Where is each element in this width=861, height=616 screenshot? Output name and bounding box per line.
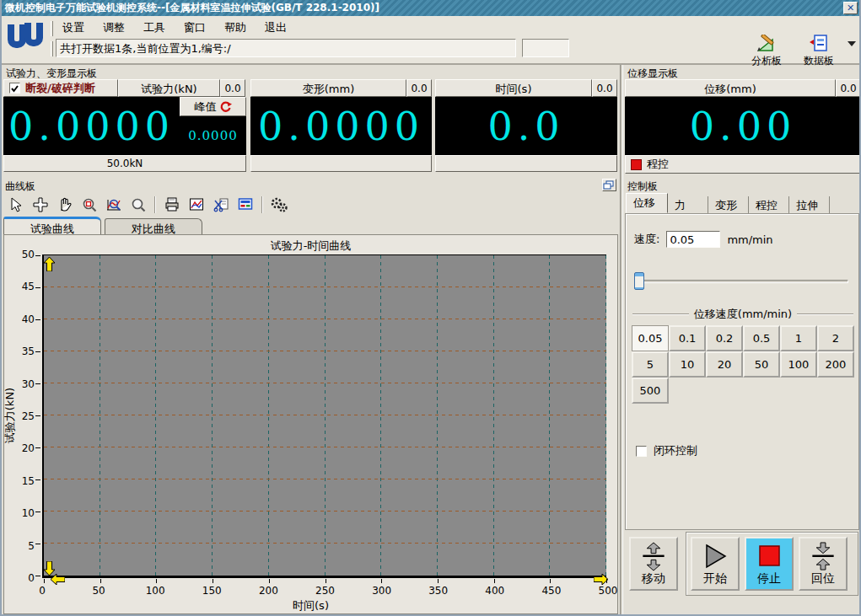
chart-plot-area[interactable] <box>42 254 606 578</box>
speed-preset-button[interactable]: 5 <box>632 351 669 378</box>
program-control-indicator-icon <box>631 159 642 170</box>
speed-preset-button[interactable]: 0.1 <box>669 325 706 351</box>
move-tool-button[interactable] <box>30 195 51 215</box>
gridline-x-400 <box>493 255 494 576</box>
speed-preset-button[interactable]: 20 <box>706 351 743 378</box>
speed-preset-grid: 0.050.10.20.5125102050100200500 <box>632 325 856 404</box>
x-axis-min-arrow-icon[interactable] <box>51 574 65 585</box>
speed-preset-button[interactable]: 0.2 <box>706 325 743 351</box>
zoom-curve-tool-button[interactable] <box>103 195 125 215</box>
break-detect-row[interactable]: 断裂/破碎判断 <box>3 79 118 97</box>
displacement-display-panel: 位移显示板 位移(mm) 0.0 0.00 程控 <box>623 65 861 178</box>
display-settings-button[interactable] <box>234 195 256 215</box>
closed-loop-checkbox[interactable] <box>636 446 647 457</box>
zoom-box-tool-button[interactable] <box>78 195 100 215</box>
speed-preset-button[interactable]: 2 <box>817 325 854 351</box>
speed-preset-button[interactable]: 100 <box>780 351 817 378</box>
time-lcd-value: 0.0 <box>435 97 617 155</box>
maximize-panel-button[interactable] <box>602 179 616 191</box>
menu-item-2[interactable]: 工具 <box>138 19 170 36</box>
curve-tab-1[interactable]: 对比曲线 <box>105 218 202 234</box>
tick-x-400 <box>494 579 495 583</box>
gridline-x-250 <box>325 255 326 576</box>
menu-item-4[interactable]: 帮助 <box>219 19 251 36</box>
stop-button[interactable]: 停止 <box>745 537 794 591</box>
toolbar-separator <box>261 196 263 213</box>
control-tab-1[interactable]: 力 <box>668 196 708 213</box>
toolbar-overflow-chevron-icon[interactable] <box>848 41 856 46</box>
break-detect-checkbox[interactable] <box>9 83 20 94</box>
control-tabs: 位移力变形程控拉伸 <box>626 193 830 213</box>
tick-label-x-250: 250 <box>315 585 335 597</box>
tick-label-y-50: 50 <box>22 249 35 260</box>
speed-preset-button[interactable]: 0.05 <box>632 325 669 351</box>
move-arrows-icon <box>639 542 668 571</box>
zoom-out-tool-button[interactable] <box>127 195 149 215</box>
peak-lcd-value: 0.0000 <box>180 116 246 155</box>
printer-icon <box>164 197 180 212</box>
force-range-label: 50.0kN <box>3 155 246 172</box>
menu-grip <box>51 21 53 36</box>
menu-item-0[interactable]: 设置 <box>57 19 89 36</box>
curve-settings-button[interactable] <box>186 195 207 215</box>
speed-preset-button[interactable]: 0.5 <box>743 325 780 351</box>
analysis-panel-button[interactable]: 分析板 <box>745 35 788 68</box>
time-aux-value: 0.0 <box>592 79 617 97</box>
gridline-y-30 <box>44 383 606 383</box>
gridline-x-450 <box>549 255 550 576</box>
pointer-tool-button[interactable] <box>5 195 27 215</box>
move-button[interactable]: 移动 <box>629 537 678 591</box>
control-tab-4[interactable]: 拉伸 <box>789 196 830 213</box>
gridline-y-40 <box>44 319 606 319</box>
data-cut-button[interactable] <box>210 195 232 215</box>
curve-tab-0[interactable]: 试验曲线 <box>3 217 101 234</box>
gridline-y-15 <box>44 479 606 479</box>
status-field: 共打开数据1条,当前位置为1,编号:/ <box>56 39 516 57</box>
speed-preset-button[interactable]: 200 <box>817 351 854 378</box>
speed-input[interactable] <box>666 231 720 248</box>
gridline-y-20 <box>44 447 606 447</box>
control-tab-3[interactable]: 程控 <box>749 196 789 213</box>
peak-button[interactable]: 峰值 <box>180 97 246 116</box>
toolbar-right: 分析板 数据板 <box>745 35 841 68</box>
speed-slider-thumb[interactable] <box>634 272 644 290</box>
menu-item-3[interactable]: 窗口 <box>179 19 211 36</box>
gridline-x-150 <box>212 255 213 576</box>
data-panel-icon <box>808 35 830 53</box>
menu-bar: 设置调整工具窗口帮助退出 <box>57 19 292 36</box>
control-tab-0[interactable]: 位移 <box>626 193 668 213</box>
close-button[interactable]: ✕ <box>843 2 858 14</box>
speed-preset-button[interactable]: 10 <box>669 351 706 378</box>
displacement-control-group: 速度: mm/min 位移速度(mm/min) 0.050.10.20.5125… <box>625 213 859 530</box>
curve-tabs: 试验曲线对比曲线 <box>3 217 206 234</box>
peak-label: 峰值 <box>195 99 217 115</box>
tick-x-350 <box>438 579 439 583</box>
displacement-lcd-value: 0.00 <box>625 97 861 155</box>
curve-panel-title: 曲线板 <box>5 179 35 194</box>
tick-label-y-25: 25 <box>22 410 35 422</box>
x-axis-tick-labels: 050100150200250300350400450500 <box>42 585 608 597</box>
maximize-icon <box>603 180 614 190</box>
brand-logo-icon <box>6 19 48 60</box>
pan-tool-button[interactable] <box>54 195 76 215</box>
speed-preset-button[interactable]: 500 <box>632 378 669 404</box>
control-tab-2[interactable]: 变形 <box>708 196 749 213</box>
zoom-curve-icon <box>106 197 121 212</box>
move-cross-icon <box>33 197 48 212</box>
tick-label-y-5: 5 <box>28 540 35 552</box>
system-settings-button[interactable] <box>268 195 290 215</box>
closed-loop-row[interactable]: 闭环控制 <box>636 443 697 458</box>
print-button[interactable] <box>161 195 183 215</box>
y-axis-max-arrow-icon[interactable] <box>44 257 55 271</box>
menu-item-1[interactable]: 调整 <box>98 19 130 36</box>
data-panel-button[interactable]: 数据板 <box>797 35 841 68</box>
speed-preset-button[interactable]: 50 <box>743 351 780 378</box>
home-label: 回位 <box>811 571 835 587</box>
speed-preset-button[interactable]: 1 <box>780 325 817 351</box>
tick-label-x-150: 150 <box>202 585 222 597</box>
speed-slider-track[interactable] <box>634 280 848 283</box>
status-grip <box>51 41 53 56</box>
menu-item-5[interactable]: 退出 <box>260 19 292 36</box>
home-button[interactable]: 回位 <box>799 537 848 591</box>
start-button[interactable]: 开始 <box>691 537 740 591</box>
